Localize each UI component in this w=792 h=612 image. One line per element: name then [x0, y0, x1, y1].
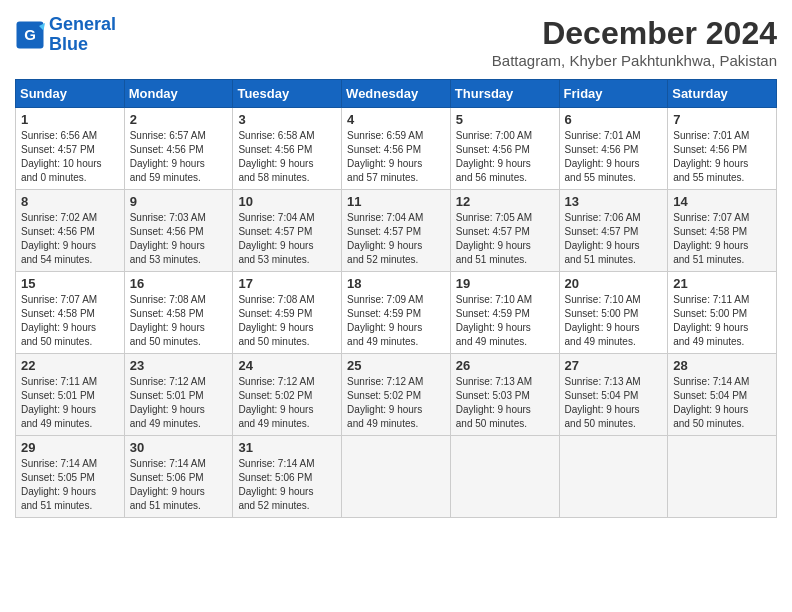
day-number: 22 — [21, 358, 119, 373]
day-number: 13 — [565, 194, 663, 209]
calendar-cell: 16Sunrise: 7:08 AMSunset: 4:58 PMDayligh… — [124, 272, 233, 354]
day-number: 2 — [130, 112, 228, 127]
day-info: Sunrise: 7:03 AMSunset: 4:56 PMDaylight:… — [130, 211, 228, 267]
calendar-cell: 25Sunrise: 7:12 AMSunset: 5:02 PMDayligh… — [342, 354, 451, 436]
logo-general: General — [49, 14, 116, 34]
day-info: Sunrise: 7:12 AMSunset: 5:01 PMDaylight:… — [130, 375, 228, 431]
calendar-cell — [342, 436, 451, 518]
calendar-cell: 15Sunrise: 7:07 AMSunset: 4:58 PMDayligh… — [16, 272, 125, 354]
day-info: Sunrise: 7:14 AMSunset: 5:06 PMDaylight:… — [130, 457, 228, 513]
day-number: 17 — [238, 276, 336, 291]
calendar-cell: 23Sunrise: 7:12 AMSunset: 5:01 PMDayligh… — [124, 354, 233, 436]
calendar-week-4: 22Sunrise: 7:11 AMSunset: 5:01 PMDayligh… — [16, 354, 777, 436]
svg-text:G: G — [24, 25, 36, 42]
day-number: 14 — [673, 194, 771, 209]
calendar-cell — [668, 436, 777, 518]
day-number: 19 — [456, 276, 554, 291]
calendar-cell: 5Sunrise: 7:00 AMSunset: 4:56 PMDaylight… — [450, 108, 559, 190]
calendar-cell: 3Sunrise: 6:58 AMSunset: 4:56 PMDaylight… — [233, 108, 342, 190]
day-number: 29 — [21, 440, 119, 455]
logo-text: General Blue — [49, 15, 116, 55]
logo-icon: G — [15, 20, 45, 50]
weekday-header-monday: Monday — [124, 80, 233, 108]
day-info: Sunrise: 6:57 AMSunset: 4:56 PMDaylight:… — [130, 129, 228, 185]
calendar-week-2: 8Sunrise: 7:02 AMSunset: 4:56 PMDaylight… — [16, 190, 777, 272]
calendar-cell: 14Sunrise: 7:07 AMSunset: 4:58 PMDayligh… — [668, 190, 777, 272]
calendar-cell: 13Sunrise: 7:06 AMSunset: 4:57 PMDayligh… — [559, 190, 668, 272]
weekday-header-sunday: Sunday — [16, 80, 125, 108]
day-info: Sunrise: 7:00 AMSunset: 4:56 PMDaylight:… — [456, 129, 554, 185]
day-info: Sunrise: 7:12 AMSunset: 5:02 PMDaylight:… — [347, 375, 445, 431]
day-info: Sunrise: 7:14 AMSunset: 5:06 PMDaylight:… — [238, 457, 336, 513]
day-info: Sunrise: 7:14 AMSunset: 5:05 PMDaylight:… — [21, 457, 119, 513]
location-title: Battagram, Khyber Pakhtunkhwa, Pakistan — [492, 52, 777, 69]
calendar-cell: 4Sunrise: 6:59 AMSunset: 4:56 PMDaylight… — [342, 108, 451, 190]
calendar-cell: 19Sunrise: 7:10 AMSunset: 4:59 PMDayligh… — [450, 272, 559, 354]
day-number: 31 — [238, 440, 336, 455]
day-info: Sunrise: 7:06 AMSunset: 4:57 PMDaylight:… — [565, 211, 663, 267]
day-number: 4 — [347, 112, 445, 127]
day-number: 30 — [130, 440, 228, 455]
day-number: 21 — [673, 276, 771, 291]
day-info: Sunrise: 7:11 AMSunset: 5:01 PMDaylight:… — [21, 375, 119, 431]
day-info: Sunrise: 7:13 AMSunset: 5:03 PMDaylight:… — [456, 375, 554, 431]
day-info: Sunrise: 7:04 AMSunset: 4:57 PMDaylight:… — [238, 211, 336, 267]
day-number: 10 — [238, 194, 336, 209]
day-number: 25 — [347, 358, 445, 373]
day-number: 16 — [130, 276, 228, 291]
day-number: 6 — [565, 112, 663, 127]
day-info: Sunrise: 7:10 AMSunset: 4:59 PMDaylight:… — [456, 293, 554, 349]
day-number: 11 — [347, 194, 445, 209]
day-number: 24 — [238, 358, 336, 373]
day-number: 5 — [456, 112, 554, 127]
calendar-cell: 21Sunrise: 7:11 AMSunset: 5:00 PMDayligh… — [668, 272, 777, 354]
day-info: Sunrise: 7:07 AMSunset: 4:58 PMDaylight:… — [673, 211, 771, 267]
title-block: December 2024 Battagram, Khyber Pakhtunk… — [492, 15, 777, 69]
day-info: Sunrise: 6:58 AMSunset: 4:56 PMDaylight:… — [238, 129, 336, 185]
calendar-cell: 2Sunrise: 6:57 AMSunset: 4:56 PMDaylight… — [124, 108, 233, 190]
day-number: 20 — [565, 276, 663, 291]
logo-blue: Blue — [49, 34, 88, 54]
day-info: Sunrise: 7:04 AMSunset: 4:57 PMDaylight:… — [347, 211, 445, 267]
month-title: December 2024 — [492, 15, 777, 52]
calendar-cell: 26Sunrise: 7:13 AMSunset: 5:03 PMDayligh… — [450, 354, 559, 436]
day-info: Sunrise: 7:08 AMSunset: 4:58 PMDaylight:… — [130, 293, 228, 349]
calendar-cell: 27Sunrise: 7:13 AMSunset: 5:04 PMDayligh… — [559, 354, 668, 436]
weekday-header-friday: Friday — [559, 80, 668, 108]
day-info: Sunrise: 7:07 AMSunset: 4:58 PMDaylight:… — [21, 293, 119, 349]
weekday-header-row: SundayMondayTuesdayWednesdayThursdayFrid… — [16, 80, 777, 108]
day-number: 1 — [21, 112, 119, 127]
day-number: 8 — [21, 194, 119, 209]
day-number: 9 — [130, 194, 228, 209]
calendar-cell — [450, 436, 559, 518]
calendar-table: SundayMondayTuesdayWednesdayThursdayFrid… — [15, 79, 777, 518]
calendar-cell — [559, 436, 668, 518]
day-number: 18 — [347, 276, 445, 291]
weekday-header-wednesday: Wednesday — [342, 80, 451, 108]
weekday-header-thursday: Thursday — [450, 80, 559, 108]
day-info: Sunrise: 7:12 AMSunset: 5:02 PMDaylight:… — [238, 375, 336, 431]
day-info: Sunrise: 7:01 AMSunset: 4:56 PMDaylight:… — [565, 129, 663, 185]
page-header: G General Blue December 2024 Battagram, … — [15, 15, 777, 69]
calendar-cell: 11Sunrise: 7:04 AMSunset: 4:57 PMDayligh… — [342, 190, 451, 272]
day-number: 3 — [238, 112, 336, 127]
calendar-cell: 24Sunrise: 7:12 AMSunset: 5:02 PMDayligh… — [233, 354, 342, 436]
day-info: Sunrise: 7:01 AMSunset: 4:56 PMDaylight:… — [673, 129, 771, 185]
day-info: Sunrise: 6:56 AMSunset: 4:57 PMDaylight:… — [21, 129, 119, 185]
calendar-cell: 20Sunrise: 7:10 AMSunset: 5:00 PMDayligh… — [559, 272, 668, 354]
calendar-cell: 29Sunrise: 7:14 AMSunset: 5:05 PMDayligh… — [16, 436, 125, 518]
calendar-cell: 22Sunrise: 7:11 AMSunset: 5:01 PMDayligh… — [16, 354, 125, 436]
day-number: 27 — [565, 358, 663, 373]
day-info: Sunrise: 7:10 AMSunset: 5:00 PMDaylight:… — [565, 293, 663, 349]
day-info: Sunrise: 7:05 AMSunset: 4:57 PMDaylight:… — [456, 211, 554, 267]
calendar-cell: 9Sunrise: 7:03 AMSunset: 4:56 PMDaylight… — [124, 190, 233, 272]
calendar-week-1: 1Sunrise: 6:56 AMSunset: 4:57 PMDaylight… — [16, 108, 777, 190]
day-info: Sunrise: 7:11 AMSunset: 5:00 PMDaylight:… — [673, 293, 771, 349]
day-number: 26 — [456, 358, 554, 373]
calendar-cell: 28Sunrise: 7:14 AMSunset: 5:04 PMDayligh… — [668, 354, 777, 436]
calendar-cell: 1Sunrise: 6:56 AMSunset: 4:57 PMDaylight… — [16, 108, 125, 190]
day-info: Sunrise: 7:13 AMSunset: 5:04 PMDaylight:… — [565, 375, 663, 431]
calendar-cell: 8Sunrise: 7:02 AMSunset: 4:56 PMDaylight… — [16, 190, 125, 272]
day-info: Sunrise: 7:09 AMSunset: 4:59 PMDaylight:… — [347, 293, 445, 349]
day-number: 12 — [456, 194, 554, 209]
